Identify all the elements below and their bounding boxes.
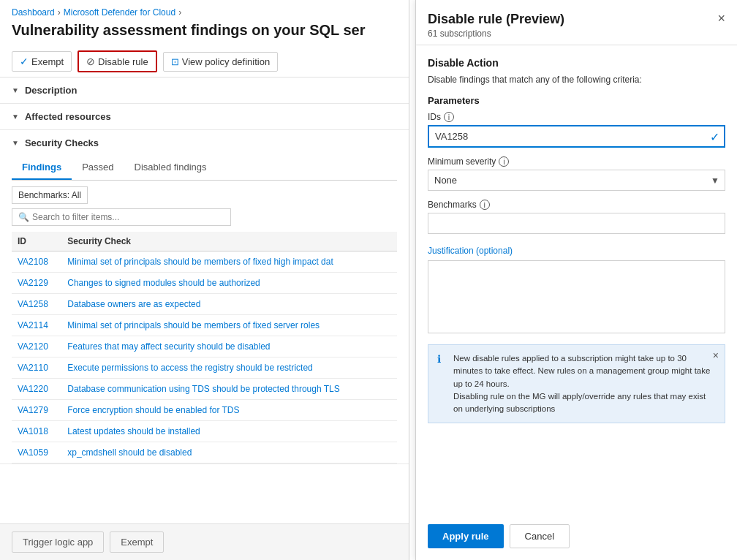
- exempt-bottom-button[interactable]: Exempt: [110, 531, 164, 553]
- disable-action-label: Disable Action: [428, 57, 725, 69]
- ids-check-icon: ✓: [710, 129, 719, 143]
- row-check: Latest updates should be installed: [61, 421, 397, 442]
- breadcrumb-defender[interactable]: Microsoft Defender for Cloud: [64, 7, 175, 18]
- search-box: 🔍: [12, 208, 231, 226]
- min-severity-select[interactable]: None Low Medium High: [428, 170, 725, 191]
- table-row: VA1279 Force encryption should be enable…: [12, 400, 397, 421]
- id-link[interactable]: VA2129: [18, 278, 48, 288]
- description-chevron: ▼: [12, 86, 19, 94]
- security-checks-label: Security Checks: [25, 137, 99, 148]
- toolbar: ✓ Exempt ⊘ Disable rule ⊡ View policy de…: [0, 46, 409, 77]
- min-severity-label: Minimum severity: [428, 156, 496, 167]
- benchmarks-input[interactable]: [428, 213, 725, 234]
- filter-bar: Benchmarks: All: [12, 186, 397, 204]
- view-policy-label: View policy definition: [182, 56, 270, 67]
- check-text: Features that may affect security should…: [67, 341, 270, 352]
- description-header[interactable]: ▼ Description: [0, 77, 409, 103]
- trigger-logic-app-button[interactable]: Trigger logic app: [12, 531, 104, 553]
- disable-rule-icon: ⊘: [86, 56, 95, 67]
- security-checks-section: ▼ Security Checks Findings Passed Disabl…: [0, 130, 409, 464]
- check-text: Database communication using TDS should …: [67, 384, 339, 394]
- check-text: Minimal set of principals should be memb…: [67, 320, 320, 330]
- search-input[interactable]: [32, 212, 224, 222]
- row-check: Execute permissions to access the regist…: [61, 357, 397, 379]
- id-link[interactable]: VA1220: [18, 384, 48, 394]
- info-box-text: New disable rules applied to a subscript…: [453, 352, 716, 415]
- panel-body: Disable Action Disable findings that mat…: [416, 45, 737, 524]
- row-check: xp_cmdshell should be disabled: [61, 442, 397, 463]
- benchmarks-info-icon[interactable]: i: [480, 200, 490, 210]
- cancel-button[interactable]: Cancel: [510, 524, 570, 548]
- affected-resources-chevron: ▼: [12, 113, 19, 121]
- table-row: VA2110 Execute permissions to access the…: [12, 357, 397, 379]
- row-check: Minimal set of principals should be memb…: [61, 315, 397, 336]
- panel-close-button[interactable]: ×: [717, 12, 725, 25]
- tab-disabled-findings[interactable]: Disabled findings: [124, 156, 217, 180]
- table-row: VA1220 Database communication using TDS …: [12, 379, 397, 400]
- info-box-icon: ℹ: [437, 353, 441, 365]
- ids-input[interactable]: [428, 125, 725, 148]
- disable-rule-panel: Disable rule (Preview) 61 subscriptions …: [415, 0, 737, 560]
- description-section: ▼ Description: [0, 77, 409, 104]
- row-id[interactable]: VA1220: [12, 379, 61, 400]
- row-id[interactable]: VA2120: [12, 336, 61, 357]
- min-severity-field-label: Minimum severity i: [428, 156, 725, 167]
- check-text: Changes to signed modules should be auth…: [67, 278, 260, 288]
- info-box: × ℹ New disable rules applied to a subsc…: [428, 344, 725, 423]
- exempt-button[interactable]: ✓ Exempt: [12, 51, 72, 72]
- table-row: VA2129 Changes to signed modules should …: [12, 273, 397, 294]
- table-row: VA2120 Features that may affect security…: [12, 336, 397, 357]
- min-severity-info-icon[interactable]: i: [499, 156, 509, 167]
- justification-textarea[interactable]: [428, 260, 725, 333]
- ids-info-icon[interactable]: i: [444, 112, 454, 122]
- table-row: VA1258 Database owners are as expected: [12, 294, 397, 315]
- check-text: Database owners are as expected: [67, 299, 200, 309]
- parameters-label: Parameters: [428, 95, 725, 106]
- row-id[interactable]: VA1059: [12, 442, 61, 463]
- info-box-close-button[interactable]: ×: [713, 349, 719, 361]
- row-check: Minimal set of principals should be memb…: [61, 251, 397, 273]
- view-policy-icon: ⊡: [171, 56, 179, 67]
- id-link[interactable]: VA2108: [18, 257, 48, 267]
- benchmarks-field-label: Benchmarks i: [428, 200, 725, 210]
- disable-rule-button[interactable]: ⊘ Disable rule: [78, 50, 157, 72]
- id-link[interactable]: VA2120: [18, 341, 48, 352]
- view-policy-button[interactable]: ⊡ View policy definition: [163, 52, 278, 72]
- breadcrumb-dashboard[interactable]: Dashboard: [12, 7, 55, 18]
- table-row: VA2108 Minimal set of principals should …: [12, 251, 397, 273]
- row-id[interactable]: VA1018: [12, 421, 61, 442]
- benchmarks-filter[interactable]: Benchmarks: All: [12, 186, 88, 204]
- id-link[interactable]: VA1279: [18, 405, 48, 415]
- id-link[interactable]: VA2110: [18, 363, 48, 373]
- bottom-bar: Trigger logic app Exempt: [0, 523, 409, 560]
- tab-findings[interactable]: Findings: [12, 156, 72, 180]
- panel-subtitle: 61 subscriptions: [428, 29, 564, 39]
- table-row: VA2114 Minimal set of principals should …: [12, 315, 397, 336]
- exempt-label: Exempt: [31, 56, 64, 67]
- tab-passed[interactable]: Passed: [72, 156, 124, 180]
- row-check: Changes to signed modules should be auth…: [61, 273, 397, 294]
- table-container: ID Security Check VA2108 Minimal set of …: [0, 232, 409, 463]
- apply-rule-button[interactable]: Apply rule: [428, 524, 504, 548]
- row-id[interactable]: VA1279: [12, 400, 61, 421]
- affected-resources-header[interactable]: ▼ Affected resources: [0, 104, 409, 129]
- security-checks-header[interactable]: ▼ Security Checks: [0, 130, 409, 156]
- row-id[interactable]: VA2110: [12, 357, 61, 379]
- disable-rule-label: Disable rule: [98, 56, 148, 67]
- id-link[interactable]: VA1018: [18, 426, 48, 436]
- findings-table: ID Security Check VA2108 Minimal set of …: [12, 232, 397, 463]
- row-id[interactable]: VA2108: [12, 251, 61, 273]
- action-buttons: Apply rule Cancel: [416, 524, 737, 560]
- row-check: Force encryption should be enabled for T…: [61, 400, 397, 421]
- id-link[interactable]: VA1059: [18, 447, 48, 458]
- row-id[interactable]: VA2129: [12, 273, 61, 294]
- breadcrumb-sep: ›: [58, 7, 61, 18]
- table-row: VA1059 xp_cmdshell should be disabled: [12, 442, 397, 463]
- row-id[interactable]: VA1258: [12, 294, 61, 315]
- row-id[interactable]: VA2114: [12, 315, 61, 336]
- description-label: Description: [25, 85, 78, 96]
- id-link[interactable]: VA2114: [18, 320, 48, 330]
- check-text: Force encryption should be enabled for T…: [67, 405, 239, 415]
- check-text: Minimal set of principals should be memb…: [67, 257, 333, 267]
- id-link[interactable]: VA1258: [18, 299, 48, 309]
